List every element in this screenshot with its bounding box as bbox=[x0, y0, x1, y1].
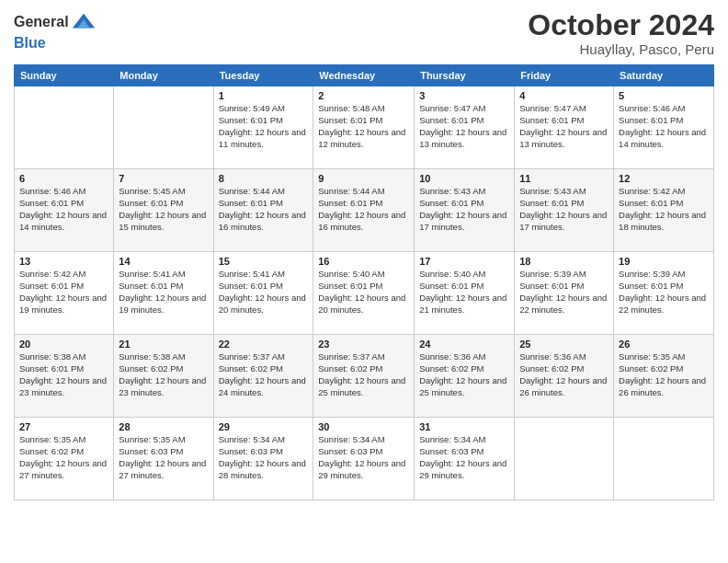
calendar-cell bbox=[614, 418, 714, 500]
day-info: Sunrise: 5:40 AMSunset: 6:01 PMDaylight:… bbox=[419, 269, 509, 316]
day-info: Sunrise: 5:41 AMSunset: 6:01 PMDaylight:… bbox=[219, 269, 309, 316]
calendar-cell: 15Sunrise: 5:41 AMSunset: 6:01 PMDayligh… bbox=[213, 252, 313, 335]
day-number: 1 bbox=[219, 90, 309, 101]
calendar-cell: 30Sunrise: 5:34 AMSunset: 6:03 PMDayligh… bbox=[313, 418, 415, 500]
logo-icon bbox=[71, 9, 97, 35]
day-number: 19 bbox=[619, 256, 709, 267]
calendar-week-5: 27Sunrise: 5:35 AMSunset: 6:02 PMDayligh… bbox=[15, 418, 714, 500]
calendar-cell: 24Sunrise: 5:36 AMSunset: 6:02 PMDayligh… bbox=[415, 335, 515, 418]
day-number: 14 bbox=[119, 256, 208, 267]
day-number: 9 bbox=[318, 173, 409, 184]
day-info: Sunrise: 5:35 AMSunset: 6:03 PMDaylight:… bbox=[119, 434, 208, 481]
day-number: 29 bbox=[219, 421, 309, 432]
page: General Blue October 2024 Huayllay, Pasc… bbox=[0, 0, 728, 563]
calendar-cell: 22Sunrise: 5:37 AMSunset: 6:02 PMDayligh… bbox=[213, 335, 313, 418]
day-info: Sunrise: 5:40 AMSunset: 6:01 PMDaylight:… bbox=[318, 269, 409, 316]
calendar-cell: 11Sunrise: 5:43 AMSunset: 6:01 PMDayligh… bbox=[515, 169, 614, 252]
day-number: 2 bbox=[318, 90, 409, 101]
day-info: Sunrise: 5:43 AMSunset: 6:01 PMDaylight:… bbox=[519, 186, 609, 233]
day-number: 31 bbox=[419, 421, 509, 432]
calendar-cell: 19Sunrise: 5:39 AMSunset: 6:01 PMDayligh… bbox=[614, 252, 714, 335]
day-number: 12 bbox=[619, 173, 709, 184]
calendar-cell: 5Sunrise: 5:46 AMSunset: 6:01 PMDaylight… bbox=[614, 86, 714, 169]
day-info: Sunrise: 5:49 AMSunset: 6:01 PMDaylight:… bbox=[219, 103, 309, 150]
day-number: 4 bbox=[519, 90, 609, 101]
calendar-cell: 28Sunrise: 5:35 AMSunset: 6:03 PMDayligh… bbox=[114, 418, 213, 500]
day-info: Sunrise: 5:47 AMSunset: 6:01 PMDaylight:… bbox=[519, 103, 609, 150]
calendar-cell: 6Sunrise: 5:46 AMSunset: 6:01 PMDaylight… bbox=[15, 169, 114, 252]
calendar-cell: 25Sunrise: 5:36 AMSunset: 6:02 PMDayligh… bbox=[515, 335, 614, 418]
day-number: 8 bbox=[219, 173, 309, 184]
day-info: Sunrise: 5:35 AMSunset: 6:02 PMDaylight:… bbox=[19, 434, 108, 481]
day-number: 16 bbox=[318, 256, 409, 267]
title-section: October 2024 Huayllay, Pasco, Peru bbox=[528, 9, 714, 57]
day-number: 7 bbox=[119, 173, 208, 184]
calendar-week-4: 20Sunrise: 5:38 AMSunset: 6:01 PMDayligh… bbox=[15, 335, 714, 418]
calendar-cell: 21Sunrise: 5:38 AMSunset: 6:02 PMDayligh… bbox=[114, 335, 213, 418]
header-day-saturday: Saturday bbox=[614, 65, 714, 86]
calendar-cell bbox=[114, 86, 213, 169]
calendar-cell: 14Sunrise: 5:41 AMSunset: 6:01 PMDayligh… bbox=[114, 252, 213, 335]
day-info: Sunrise: 5:39 AMSunset: 6:01 PMDaylight:… bbox=[519, 269, 609, 316]
calendar-cell bbox=[15, 86, 114, 169]
calendar-cell: 8Sunrise: 5:44 AMSunset: 6:01 PMDaylight… bbox=[213, 169, 313, 252]
day-info: Sunrise: 5:42 AMSunset: 6:01 PMDaylight:… bbox=[619, 186, 709, 233]
day-number: 28 bbox=[119, 421, 208, 432]
day-number: 13 bbox=[19, 256, 108, 267]
calendar-cell: 29Sunrise: 5:34 AMSunset: 6:03 PMDayligh… bbox=[213, 418, 313, 500]
header-day-thursday: Thursday bbox=[415, 65, 515, 86]
header-day-sunday: Sunday bbox=[15, 65, 114, 86]
day-info: Sunrise: 5:45 AMSunset: 6:01 PMDaylight:… bbox=[119, 186, 208, 233]
day-info: Sunrise: 5:36 AMSunset: 6:02 PMDaylight:… bbox=[519, 351, 609, 398]
logo-blue: Blue bbox=[14, 35, 46, 51]
day-info: Sunrise: 5:47 AMSunset: 6:01 PMDaylight:… bbox=[419, 103, 509, 150]
calendar-cell bbox=[515, 418, 614, 500]
day-number: 23 bbox=[318, 339, 409, 350]
calendar-cell: 10Sunrise: 5:43 AMSunset: 6:01 PMDayligh… bbox=[415, 169, 515, 252]
calendar-cell: 2Sunrise: 5:48 AMSunset: 6:01 PMDaylight… bbox=[313, 86, 415, 169]
month-title: October 2024 bbox=[528, 9, 714, 41]
logo: General Blue bbox=[14, 9, 97, 52]
day-number: 5 bbox=[619, 90, 709, 101]
calendar-week-1: 1Sunrise: 5:49 AMSunset: 6:01 PMDaylight… bbox=[15, 86, 714, 169]
day-info: Sunrise: 5:39 AMSunset: 6:01 PMDaylight:… bbox=[619, 269, 709, 316]
day-number: 30 bbox=[318, 421, 409, 432]
day-info: Sunrise: 5:42 AMSunset: 6:01 PMDaylight:… bbox=[19, 269, 108, 316]
day-info: Sunrise: 5:35 AMSunset: 6:02 PMDaylight:… bbox=[619, 351, 709, 398]
day-number: 24 bbox=[419, 339, 509, 350]
day-info: Sunrise: 5:43 AMSunset: 6:01 PMDaylight:… bbox=[419, 186, 509, 233]
day-info: Sunrise: 5:46 AMSunset: 6:01 PMDaylight:… bbox=[619, 103, 709, 150]
logo-general: General bbox=[14, 14, 69, 30]
calendar-cell: 7Sunrise: 5:45 AMSunset: 6:01 PMDaylight… bbox=[114, 169, 213, 252]
calendar-cell: 31Sunrise: 5:34 AMSunset: 6:03 PMDayligh… bbox=[415, 418, 515, 500]
calendar-week-2: 6Sunrise: 5:46 AMSunset: 6:01 PMDaylight… bbox=[15, 169, 714, 252]
calendar-cell: 13Sunrise: 5:42 AMSunset: 6:01 PMDayligh… bbox=[15, 252, 114, 335]
day-number: 15 bbox=[219, 256, 309, 267]
day-number: 21 bbox=[119, 339, 208, 350]
calendar-header-row: SundayMondayTuesdayWednesdayThursdayFrid… bbox=[15, 65, 714, 86]
location-title: Huayllay, Pasco, Peru bbox=[528, 41, 714, 57]
day-info: Sunrise: 5:37 AMSunset: 6:02 PMDaylight:… bbox=[318, 351, 409, 398]
calendar-table: SundayMondayTuesdayWednesdayThursdayFrid… bbox=[14, 64, 714, 500]
calendar-cell: 23Sunrise: 5:37 AMSunset: 6:02 PMDayligh… bbox=[313, 335, 415, 418]
day-info: Sunrise: 5:36 AMSunset: 6:02 PMDaylight:… bbox=[419, 351, 509, 398]
day-number: 17 bbox=[419, 256, 509, 267]
calendar-cell: 4Sunrise: 5:47 AMSunset: 6:01 PMDaylight… bbox=[515, 86, 614, 169]
calendar-cell: 26Sunrise: 5:35 AMSunset: 6:02 PMDayligh… bbox=[614, 335, 714, 418]
calendar-cell: 12Sunrise: 5:42 AMSunset: 6:01 PMDayligh… bbox=[614, 169, 714, 252]
calendar-cell: 16Sunrise: 5:40 AMSunset: 6:01 PMDayligh… bbox=[313, 252, 415, 335]
day-info: Sunrise: 5:48 AMSunset: 6:01 PMDaylight:… bbox=[318, 103, 409, 150]
calendar-cell: 20Sunrise: 5:38 AMSunset: 6:01 PMDayligh… bbox=[15, 335, 114, 418]
day-number: 18 bbox=[519, 256, 609, 267]
day-number: 26 bbox=[619, 339, 709, 350]
day-info: Sunrise: 5:46 AMSunset: 6:01 PMDaylight:… bbox=[19, 186, 108, 233]
day-number: 27 bbox=[19, 421, 108, 432]
day-info: Sunrise: 5:38 AMSunset: 6:02 PMDaylight:… bbox=[119, 351, 208, 398]
day-info: Sunrise: 5:37 AMSunset: 6:02 PMDaylight:… bbox=[219, 351, 309, 398]
day-info: Sunrise: 5:38 AMSunset: 6:01 PMDaylight:… bbox=[19, 351, 108, 398]
calendar-cell: 3Sunrise: 5:47 AMSunset: 6:01 PMDaylight… bbox=[415, 86, 515, 169]
day-number: 3 bbox=[419, 90, 509, 101]
calendar-cell: 18Sunrise: 5:39 AMSunset: 6:01 PMDayligh… bbox=[515, 252, 614, 335]
day-number: 10 bbox=[419, 173, 509, 184]
header-day-friday: Friday bbox=[515, 65, 614, 86]
